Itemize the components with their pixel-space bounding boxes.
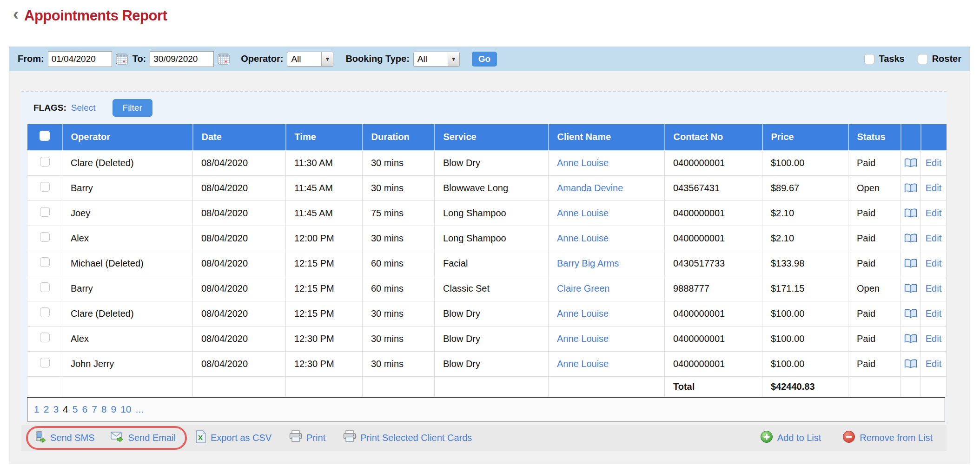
cell-time: 11:30 AM	[286, 150, 363, 175]
cell-price: $100.00	[762, 351, 848, 376]
pagination-page-link[interactable]: ...	[136, 404, 144, 415]
client-card-book-icon[interactable]	[904, 157, 918, 169]
content-area: FLAGS: Select Filter Operator Date Time …	[9, 71, 970, 464]
pagination: 12345678910...	[27, 397, 945, 421]
column-header-price: Price	[762, 124, 848, 150]
cell-status: Paid	[848, 351, 901, 376]
filter-button[interactable]: Filter	[113, 99, 152, 117]
filter-bar: From: To:	[9, 47, 970, 71]
from-calendar-icon[interactable]	[116, 53, 128, 65]
row-checkbox[interactable]	[40, 182, 50, 192]
client-name-link[interactable]: Claire Green	[549, 276, 665, 301]
client-card-book-icon[interactable]	[904, 207, 918, 219]
cell-date: 08/04/2020	[193, 226, 286, 251]
pagination-page-link[interactable]: 3	[53, 404, 59, 415]
roster-checkbox[interactable]	[918, 54, 928, 64]
table-row: John Jerry 08/04/2020 12:30 PM 30 mins B…	[27, 351, 947, 376]
pagination-page-link[interactable]: 7	[92, 404, 97, 415]
row-checkbox[interactable]	[40, 257, 50, 267]
select-all-checkbox[interactable]	[40, 131, 50, 141]
cell-contact-no: 0400000001	[665, 150, 762, 175]
pagination-page-link[interactable]: 10	[120, 404, 131, 415]
tasks-checkbox[interactable]	[864, 54, 874, 64]
client-card-book-icon[interactable]	[904, 258, 918, 269]
pagination-page-link[interactable]: 1	[34, 404, 40, 415]
client-card-book-icon[interactable]	[904, 182, 918, 194]
client-name-link[interactable]: Anne Louise	[549, 351, 665, 376]
go-button[interactable]: Go	[472, 52, 497, 67]
booking-type-select[interactable]: All ▼	[413, 52, 460, 67]
cell-date: 08/04/2020	[193, 150, 286, 175]
row-checkbox[interactable]	[40, 157, 50, 167]
cell-duration: 60 mins	[363, 251, 435, 276]
add-to-list-button[interactable]: Add to List	[760, 430, 821, 446]
to-calendar-icon[interactable]	[218, 53, 230, 65]
send-email-button[interactable]: Send Email	[111, 431, 176, 445]
row-checkbox[interactable]	[40, 232, 50, 242]
cell-duration: 30 mins	[363, 226, 435, 251]
client-name-link[interactable]: Barry Big Arms	[549, 251, 665, 276]
remove-from-list-button[interactable]: Remove from List	[842, 430, 933, 446]
print-button[interactable]: Print	[289, 430, 325, 445]
table-row: Barry 08/04/2020 11:45 AM 30 mins Blowwa…	[27, 175, 947, 200]
operator-select[interactable]: All ▼	[287, 52, 333, 67]
cell-contact-no: 0400000001	[665, 301, 762, 326]
client-name-link[interactable]: Anne Louise	[549, 326, 665, 351]
export-csv-button[interactable]: X Export as CSV	[195, 430, 271, 446]
cell-service: Classic Set	[435, 276, 549, 301]
column-header-date: Date	[193, 124, 286, 150]
edit-link[interactable]: Edit	[921, 150, 947, 175]
pagination-page-link[interactable]: 6	[82, 404, 87, 415]
print-selected-client-cards-button[interactable]: Print Selected Client Cards	[343, 430, 472, 445]
edit-link[interactable]: Edit	[921, 351, 947, 376]
client-name-link[interactable]: Anne Louise	[549, 226, 665, 251]
client-card-book-icon[interactable]	[904, 308, 918, 320]
row-checkbox[interactable]	[40, 307, 50, 317]
client-name-link[interactable]: Amanda Devine	[549, 175, 665, 200]
row-checkbox[interactable]	[40, 207, 50, 217]
cell-operator: John Jerry	[62, 351, 193, 376]
row-checkbox[interactable]	[40, 358, 50, 367]
column-header-contact-no: Contact No	[665, 124, 762, 150]
pagination-page-link[interactable]: 9	[111, 404, 117, 415]
column-header-status: Status	[848, 124, 901, 150]
send-sms-button[interactable]: Send SMS	[34, 431, 95, 445]
column-header-service: Service	[435, 124, 549, 150]
pagination-current-page: 4	[63, 404, 68, 415]
pagination-page-link[interactable]: 8	[101, 404, 107, 415]
back-chevron-icon[interactable]: ‹	[13, 7, 19, 21]
cell-time: 12:15 PM	[286, 276, 363, 301]
edit-link[interactable]: Edit	[921, 200, 947, 226]
cell-date: 08/04/2020	[193, 351, 286, 376]
pagination-page-link[interactable]: 5	[73, 404, 78, 415]
edit-link[interactable]: Edit	[921, 276, 947, 301]
cell-duration: 30 mins	[363, 326, 435, 351]
edit-link[interactable]: Edit	[921, 226, 947, 251]
edit-link[interactable]: Edit	[921, 301, 947, 326]
client-card-book-icon[interactable]	[904, 358, 918, 370]
cell-status: Open	[848, 276, 901, 301]
client-card-book-icon[interactable]	[904, 333, 918, 345]
cell-service: Long Shampoo	[435, 200, 549, 226]
cell-service: Facial	[435, 251, 549, 276]
column-header-time: Time	[286, 124, 363, 150]
edit-link[interactable]: Edit	[921, 251, 947, 276]
client-name-link[interactable]: Anne Louise	[549, 200, 665, 226]
edit-link[interactable]: Edit	[921, 175, 947, 200]
pagination-page-link[interactable]: 2	[44, 404, 49, 415]
to-date-input[interactable]	[150, 51, 214, 67]
client-card-book-icon[interactable]	[904, 283, 918, 294]
from-date-input[interactable]	[48, 51, 112, 67]
row-checkbox[interactable]	[40, 282, 50, 292]
client-name-link[interactable]: Anne Louise	[549, 150, 665, 175]
client-name-link[interactable]: Anne Louise	[549, 301, 665, 326]
flags-select-link[interactable]: Select	[71, 103, 96, 113]
sms-email-highlight-circle: Send SMS Send Email	[26, 426, 187, 450]
cell-price: $171.15	[762, 276, 848, 301]
cell-service: Blow Dry	[435, 301, 549, 326]
row-checkbox[interactable]	[40, 333, 50, 342]
client-card-book-icon[interactable]	[904, 233, 918, 244]
printer-icon	[289, 430, 302, 445]
chevron-down-icon: ▼	[448, 52, 459, 66]
edit-link[interactable]: Edit	[921, 326, 947, 351]
